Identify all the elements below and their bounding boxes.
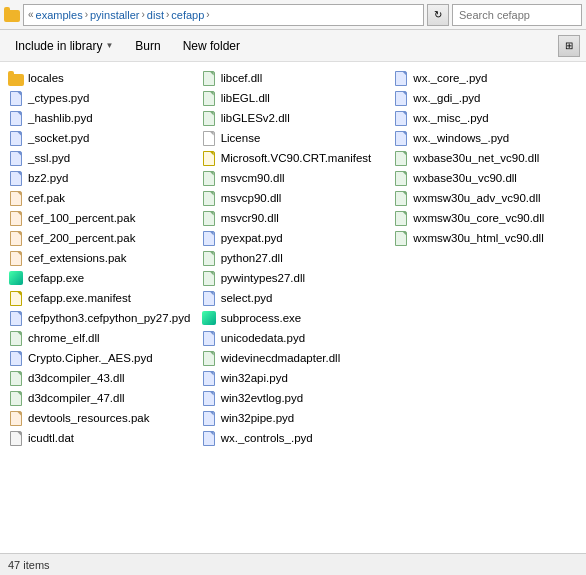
list-item[interactable]: libGLESv2.dll — [197, 108, 390, 128]
list-item[interactable]: License — [197, 128, 390, 148]
list-item[interactable]: _socket.pyd — [4, 128, 197, 148]
include-chevron-icon: ▼ — [105, 41, 113, 50]
list-item[interactable]: d3dcompiler_43.dll — [4, 368, 197, 388]
pak-icon — [8, 250, 24, 266]
file-col-3: wx._core_.pydwx._gdi_.pydwx._misc_.pydwx… — [389, 68, 582, 448]
dll-icon — [393, 210, 409, 226]
list-item[interactable]: _ssl.pyd — [4, 148, 197, 168]
list-item[interactable]: chrome_elf.dll — [4, 328, 197, 348]
file-name: chrome_elf.dll — [28, 332, 100, 344]
list-item[interactable]: unicodedata.pyd — [197, 328, 390, 348]
file-name: python27.dll — [221, 252, 283, 264]
addr-sep-end: › — [206, 9, 209, 20]
list-item[interactable]: subprocess.exe — [197, 308, 390, 328]
include-library-button[interactable]: Include in library ▼ — [6, 34, 122, 58]
list-item[interactable]: wx._windows_.pyd — [389, 128, 582, 148]
list-item[interactable]: _hashlib.pyd — [4, 108, 197, 128]
file-name: unicodedata.pyd — [221, 332, 305, 344]
addr-crumb-pyinstaller[interactable]: pyinstaller — [90, 9, 140, 21]
pyd-icon — [201, 290, 217, 306]
addr-sep-1: › — [85, 9, 88, 20]
pyd-icon — [8, 130, 24, 146]
list-item[interactable]: cefapp.exe — [4, 268, 197, 288]
dll-icon — [8, 370, 24, 386]
addr-crumb-examples[interactable]: examples — [36, 9, 83, 21]
addr-crumb-dist[interactable]: dist — [147, 9, 164, 21]
list-item[interactable]: cefapp.exe.manifest — [4, 288, 197, 308]
list-item[interactable]: cef_100_percent.pak — [4, 208, 197, 228]
file-name: d3dcompiler_47.dll — [28, 392, 125, 404]
file-name: wx._core_.pyd — [413, 72, 487, 84]
file-name: Crypto.Cipher._AES.pyd — [28, 352, 153, 364]
file-name: wx._misc_.pyd — [413, 112, 488, 124]
dll-icon — [8, 390, 24, 406]
list-item[interactable]: icudtl.dat — [4, 428, 197, 448]
list-item[interactable]: wx._misc_.pyd — [389, 108, 582, 128]
list-item[interactable]: wxbase30u_vc90.dll — [389, 168, 582, 188]
list-item[interactable]: Crypto.Cipher._AES.pyd — [4, 348, 197, 368]
folder-nav-icon — [4, 7, 20, 23]
list-item[interactable]: msvcp90.dll — [197, 188, 390, 208]
list-item[interactable]: msvcr90.dll — [197, 208, 390, 228]
pyd-icon — [393, 70, 409, 86]
pyd-icon — [8, 110, 24, 126]
list-item[interactable]: locales — [4, 68, 197, 88]
list-item[interactable]: _ctypes.pyd — [4, 88, 197, 108]
dll-icon — [201, 270, 217, 286]
file-name: wxmsw30u_adv_vc90.dll — [413, 192, 540, 204]
search-input[interactable] — [452, 4, 582, 26]
list-item[interactable]: cef.pak — [4, 188, 197, 208]
dll-icon — [201, 170, 217, 186]
list-item[interactable]: python27.dll — [197, 248, 390, 268]
list-item[interactable]: wxmsw30u_core_vc90.dll — [389, 208, 582, 228]
list-item[interactable]: win32pipe.pyd — [197, 408, 390, 428]
list-item[interactable]: cef_extensions.pak — [4, 248, 197, 268]
file-name: libGLESv2.dll — [221, 112, 290, 124]
file-name: bz2.pyd — [28, 172, 68, 184]
dll-icon — [201, 350, 217, 366]
file-name: cef_100_percent.pak — [28, 212, 135, 224]
file-name: cefapp.exe.manifest — [28, 292, 131, 304]
list-item[interactable]: bz2.pyd — [4, 168, 197, 188]
file-name: wx._controls_.pyd — [221, 432, 313, 444]
manifest-icon — [201, 150, 217, 166]
list-item[interactable]: wx._core_.pyd — [389, 68, 582, 88]
list-item[interactable]: widevinecdmadapter.dll — [197, 348, 390, 368]
file-name: msvcr90.dll — [221, 212, 279, 224]
refresh-button[interactable]: ↻ — [427, 4, 449, 26]
dat-icon — [8, 430, 24, 446]
dll-icon — [393, 150, 409, 166]
list-item[interactable]: pyexpat.pyd — [197, 228, 390, 248]
file-name: wxmsw30u_html_vc90.dll — [413, 232, 543, 244]
list-item[interactable]: Microsoft.VC90.CRT.manifest — [197, 148, 390, 168]
list-item[interactable]: devtools_resources.pak — [4, 408, 197, 428]
new-folder-button[interactable]: New folder — [174, 34, 249, 58]
list-item[interactable]: libEGL.dll — [197, 88, 390, 108]
address-path[interactable]: « examples › pyinstaller › dist › cefapp… — [23, 4, 424, 26]
pyd-icon — [393, 90, 409, 106]
status-bar: 47 items — [0, 553, 586, 575]
list-item[interactable]: win32evtlog.pyd — [197, 388, 390, 408]
file-name: subprocess.exe — [221, 312, 302, 324]
list-item[interactable]: select.pyd — [197, 288, 390, 308]
view-toggle-button[interactable]: ⊞ — [558, 35, 580, 57]
addr-crumb-cefapp[interactable]: cefapp — [171, 9, 204, 21]
list-item[interactable]: wx._controls_.pyd — [197, 428, 390, 448]
list-item[interactable]: win32api.pyd — [197, 368, 390, 388]
list-item[interactable]: cef_200_percent.pak — [4, 228, 197, 248]
list-item[interactable]: msvcm90.dll — [197, 168, 390, 188]
list-item[interactable]: libcef.dll — [197, 68, 390, 88]
list-item[interactable]: pywintypes27.dll — [197, 268, 390, 288]
file-list: locales_ctypes.pyd_hashlib.pyd_socket.py… — [0, 62, 586, 553]
list-item[interactable]: d3dcompiler_47.dll — [4, 388, 197, 408]
list-item[interactable]: wx._gdi_.pyd — [389, 88, 582, 108]
list-item[interactable]: cefpython3.cefpython_py27.pyd — [4, 308, 197, 328]
file-name: cef_extensions.pak — [28, 252, 126, 264]
pak-icon — [8, 410, 24, 426]
addr-sep-start: « — [28, 9, 34, 20]
list-item[interactable]: wxbase30u_net_vc90.dll — [389, 148, 582, 168]
list-item[interactable]: wxmsw30u_adv_vc90.dll — [389, 188, 582, 208]
file-name: wx._windows_.pyd — [413, 132, 509, 144]
list-item[interactable]: wxmsw30u_html_vc90.dll — [389, 228, 582, 248]
burn-button[interactable]: Burn — [126, 34, 169, 58]
